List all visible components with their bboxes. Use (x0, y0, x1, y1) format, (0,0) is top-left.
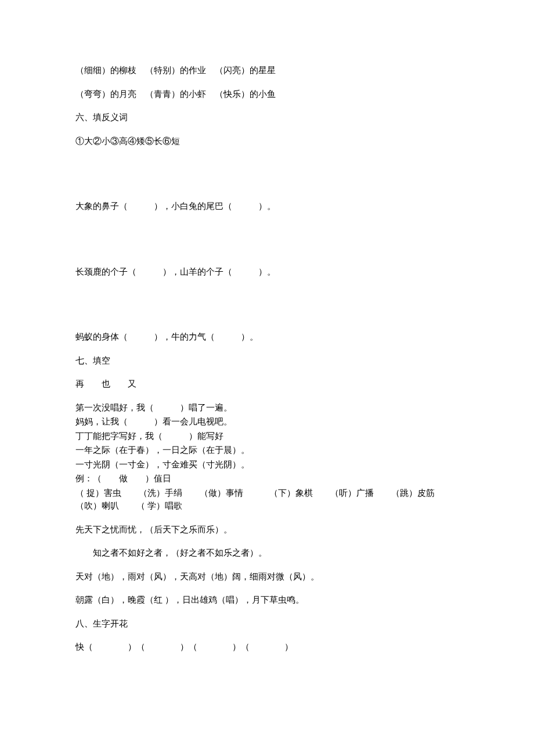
question-6a: 大象的鼻子（ ），小白兔的尾巴（ ）。 (75, 200, 459, 213)
line-adjectives-2: （弯弯）的月亮 （青青）的小虾 （快乐）的小鱼 (75, 88, 459, 101)
sentence-7k: 朝露（白），晚霞（红 ），日出雄鸡（唱），月下草虫鸣。 (75, 593, 459, 607)
section-7-title: 七、填空 (75, 354, 459, 368)
sentence-7c: 丁丁能把字写好，我（ ）能写好 (75, 430, 459, 443)
sentence-7h: 先天下之忧而忧，（后天下之乐而乐）。 (75, 523, 459, 537)
sentence-7b: 妈妈，让我（ ）看一会儿电视吧。 (75, 415, 459, 429)
sentence-7i: 知之者不如好之者，（好之者不如乐之者）。 (75, 546, 459, 560)
word-bank: 再 也 又 (75, 377, 459, 391)
sentence-7a: 第一次没唱好，我（ ）唱了一遍。 (75, 401, 459, 415)
sentence-7e: 一寸光阴（一寸金），寸金难买（寸光阴）。 (75, 458, 459, 471)
antonym-list: ①大②小③高④矮⑤长⑥短 (75, 135, 459, 148)
section-8-title: 八、生字开花 (75, 617, 459, 631)
question-6c: 蚂蚁的身体（ ），牛的力气（ ）。 (75, 330, 459, 344)
sentence-7j: 天对（地），雨对（风），天高对（地）阔，细雨对微（风）。 (75, 570, 459, 584)
question-6b: 长颈鹿的个子（ ），山羊的个子（ ）。 (75, 265, 459, 279)
line-adjectives-1: （细细）的柳枝 （特别）的作业 （闪亮）的星星 (75, 64, 459, 77)
question-8: 快（ ）（ ）（ ）（ ） (75, 640, 459, 654)
sentence-7d: 一年之际（在于春），一日之际（在于晨）。 (75, 444, 459, 457)
sentence-7g: （ 捉）害虫 （洗）手绢 （做）事情 （下）象棋 （听）广播 （跳）皮筋 （吹）… (75, 487, 459, 513)
section-6-title: 六、填反义词 (75, 111, 459, 124)
sentence-7f: 例：（ 做 ）值日 (75, 472, 459, 485)
